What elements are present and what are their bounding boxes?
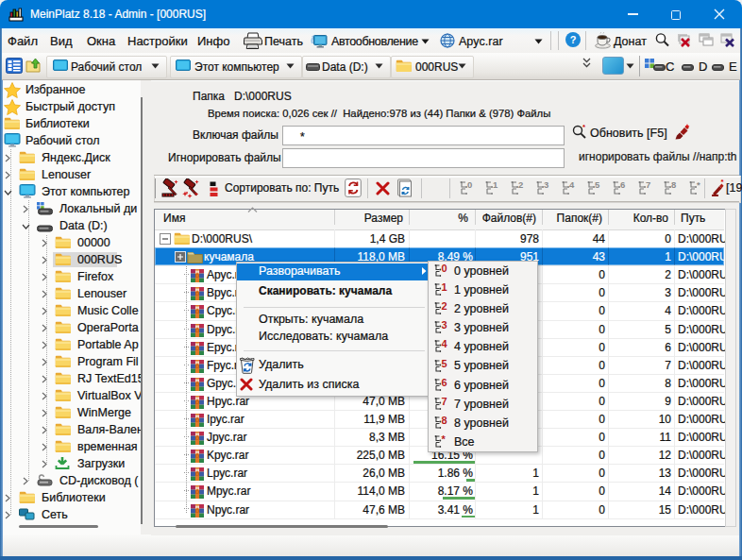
svg-text:7: 7 (646, 180, 650, 190)
svg-text:*: * (442, 434, 447, 445)
svg-text:7: 7 (442, 397, 447, 407)
svg-text:2: 2 (518, 180, 523, 190)
svg-text:3: 3 (442, 320, 447, 331)
svg-text:5: 5 (595, 180, 600, 190)
svg-text:0: 0 (467, 180, 472, 190)
svg-text:5: 5 (442, 359, 447, 369)
svg-text:*: * (582, 124, 586, 131)
svg-text:8: 8 (442, 416, 447, 426)
svg-text:0: 0 (442, 263, 447, 274)
svg-text:1: 1 (493, 180, 498, 190)
svg-text:6: 6 (442, 378, 447, 388)
svg-text:3: 3 (544, 180, 548, 190)
svg-text:1: 1 (442, 282, 447, 293)
svg-text:*: * (697, 180, 700, 190)
svg-text:8: 8 (671, 180, 676, 190)
svg-text:4: 4 (569, 180, 575, 190)
svg-text:6: 6 (620, 180, 625, 190)
svg-text:4: 4 (442, 339, 448, 349)
svg-text:*: * (721, 179, 725, 186)
svg-text:2: 2 (442, 301, 447, 312)
